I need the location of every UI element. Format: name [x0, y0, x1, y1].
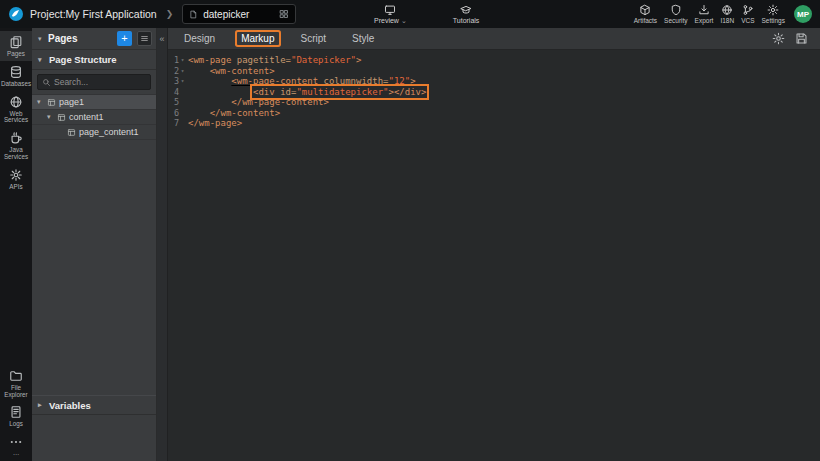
- sidebar-item-java-services[interactable]: Java Services: [0, 127, 32, 164]
- logs-icon: [9, 405, 23, 419]
- pages-panel: ▾ Pages + ▾ Page Structure ▾page1▾conten…: [32, 28, 157, 461]
- code-text[interactable]: <div id="multidatepicker"></div>: [186, 87, 426, 98]
- variables-title: Variables: [49, 400, 91, 411]
- caret-right-icon: ▸: [38, 401, 45, 409]
- fold-toggle-icon[interactable]: ▾: [179, 55, 186, 66]
- panel-menu-button[interactable]: [137, 31, 152, 46]
- user-avatar[interactable]: MP: [794, 5, 812, 23]
- code-text[interactable]: </wm-page-content>: [186, 97, 329, 108]
- editor-tabs: DesignMarkupScriptStyle: [180, 32, 378, 45]
- tree-item-label: content1: [69, 112, 104, 122]
- markup-code-editor[interactable]: 1▾<wm-page pagetitle="Datepicker">2▾ <wm…: [168, 50, 820, 461]
- caret-down-icon[interactable]: ▾: [37, 98, 44, 106]
- caret-down-icon[interactable]: ▾: [38, 35, 45, 43]
- line-gutter: 7: [168, 118, 186, 129]
- pages-panel-title: Pages: [48, 33, 77, 44]
- tree-item-content1[interactable]: ▾content1: [32, 110, 156, 125]
- sidebar-item-label: Web Services: [1, 111, 31, 125]
- sidebar-item-logs[interactable]: Logs: [0, 401, 32, 431]
- grid-icon[interactable]: [279, 9, 289, 19]
- tutorials-label: Tutorials: [453, 17, 480, 24]
- workspace: PagesDatabasesWeb ServicesJava ServicesA…: [0, 28, 820, 461]
- security-button[interactable]: Security: [664, 4, 687, 24]
- apis-icon: [9, 168, 23, 182]
- export-button[interactable]: Export: [695, 4, 714, 24]
- project-label: Project:My First Application: [30, 8, 157, 20]
- tab-script[interactable]: Script: [297, 32, 331, 45]
- line-gutter: 2▾: [168, 66, 186, 77]
- i18n-button[interactable]: I18N: [720, 4, 734, 24]
- preview-icon: [384, 4, 396, 16]
- line-gutter: 6: [168, 108, 186, 119]
- tab-markup[interactable]: Markup: [237, 32, 278, 45]
- sidebar-item-label: ⋯: [13, 451, 19, 458]
- page-tab-datepicker[interactable]: datepicker: [182, 4, 296, 24]
- settings-button[interactable]: Settings: [762, 4, 786, 24]
- tree-item-page1[interactable]: ▾page1: [32, 95, 156, 110]
- code-text[interactable]: <wm-content>: [186, 66, 275, 77]
- caret-down-icon[interactable]: ▾: [47, 113, 54, 121]
- preview-label: Preview: [374, 17, 399, 24]
- pages-icon: [9, 35, 23, 49]
- widget-icon: [67, 128, 76, 137]
- collapse-panel-icon[interactable]: «: [159, 34, 164, 44]
- sidebar-item-databases[interactable]: Databases: [0, 61, 32, 91]
- editor-area: DesignMarkupScriptStyle 1▾<wm-page paget…: [168, 28, 820, 461]
- tab-design[interactable]: Design: [180, 32, 219, 45]
- export-icon: [698, 4, 710, 16]
- web-services-icon: [9, 95, 23, 109]
- add-page-button[interactable]: +: [117, 31, 132, 46]
- caret-down-icon: ▾: [38, 56, 45, 64]
- chevron-down-icon[interactable]: ⌄: [401, 18, 407, 23]
- settings-gear-icon[interactable]: [772, 32, 785, 45]
- fold-toggle-icon[interactable]: ▾: [179, 76, 186, 87]
- code-text[interactable]: </wm-content>: [186, 108, 280, 119]
- page-structure-tree: ▾page1▾content1page_content1: [32, 95, 156, 140]
- code-line-3: 3▾ <wm-page-content columnwidth="12">: [168, 76, 820, 87]
- code-line-7: 7</wm-page>: [168, 118, 820, 129]
- line-number: 5: [174, 97, 179, 108]
- page-structure-header[interactable]: ▾ Page Structure: [32, 50, 156, 70]
- panel-footer-space: [32, 415, 156, 461]
- topbar-center: Preview⌄ Tutorials: [374, 0, 479, 28]
- tutorials-button[interactable]: Tutorials: [453, 4, 480, 24]
- sidebar-item-more[interactable]: ⋯: [0, 431, 32, 461]
- code-line-4: 4 <div id="multidatepicker"></div>: [168, 87, 820, 98]
- fold-toggle-icon[interactable]: ▾: [179, 66, 186, 77]
- page-tab-label: datepicker: [203, 9, 274, 20]
- line-number: 7: [174, 118, 179, 129]
- app-logo-icon[interactable]: [8, 6, 24, 22]
- tree-item-page_content1[interactable]: page_content1: [32, 125, 156, 140]
- preview-button[interactable]: Preview⌄: [374, 4, 407, 24]
- sidebar-item-apis[interactable]: APIs: [0, 164, 32, 194]
- sidebar-item-file-explorer[interactable]: File Explorer: [0, 365, 32, 402]
- variables-header[interactable]: ▸ Variables: [32, 395, 156, 415]
- topbar: Project:My First Application ❯ datepicke…: [0, 0, 820, 28]
- more-icon: [9, 435, 23, 449]
- search-area: [32, 70, 156, 95]
- editor-actions: [772, 32, 808, 45]
- sidebar-item-label: Databases: [1, 81, 31, 88]
- code-line-2: 2▾ <wm-content>: [168, 66, 820, 77]
- widget-icon: [47, 98, 56, 107]
- search-input[interactable]: [54, 77, 146, 87]
- panel-collapse-strip[interactable]: «: [157, 28, 168, 461]
- line-number: 6: [174, 108, 179, 119]
- code-text[interactable]: <wm-page pagetitle="Datepicker">: [186, 55, 361, 66]
- rail-top-group: PagesDatabasesWeb ServicesJava ServicesA…: [0, 31, 32, 194]
- project-prefix: Project:: [30, 8, 66, 20]
- sidebar-item-label: Logs: [9, 421, 23, 428]
- sidebar-item-pages[interactable]: Pages: [0, 31, 32, 61]
- tab-style[interactable]: Style: [348, 32, 378, 45]
- line-number: 4: [174, 87, 179, 98]
- sidebar-item-web-services[interactable]: Web Services: [0, 91, 32, 128]
- code-text[interactable]: </wm-page>: [186, 118, 242, 129]
- sidebar-item-label: File Explorer: [1, 385, 31, 399]
- vcs-button[interactable]: VCS: [741, 4, 754, 24]
- editor-tabbar: DesignMarkupScriptStyle: [168, 28, 820, 50]
- artifacts-button[interactable]: Artifacts: [634, 4, 657, 24]
- code-text[interactable]: <wm-page-content columnwidth="12">: [186, 76, 416, 87]
- security-label: Security: [664, 17, 687, 24]
- save-icon[interactable]: [795, 32, 808, 45]
- rail-spacer: [0, 194, 32, 365]
